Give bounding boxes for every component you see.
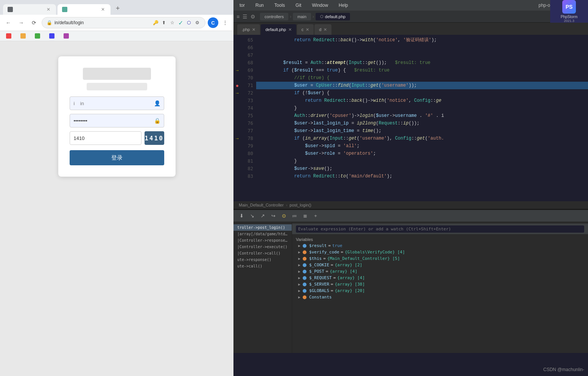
editor-tab-default-php[interactable]: default.php ✕ xyxy=(261,24,296,35)
var-globals[interactable]: ▶ $GLOBALS = {array} [20] xyxy=(292,287,588,294)
var-request[interactable]: ▶ $_REQUEST = {array} [4] xyxy=(292,275,588,281)
password-input[interactable] xyxy=(70,114,164,127)
gutter-69: → xyxy=(233,67,241,74)
bookmark-item-3[interactable] xyxy=(32,33,43,39)
variables-title: Variables xyxy=(292,236,588,242)
bookmark-item-5[interactable] xyxy=(61,33,72,39)
code-line-68: $result = Auth::attempt(Input::get()); $… xyxy=(256,59,588,67)
var-dot-this xyxy=(303,257,306,261)
browser-chrome: ✕ ✕ + xyxy=(0,0,233,15)
var-this[interactable]: ▶ $this = {Main_Default_Controller} [5] xyxy=(292,255,588,262)
tab-close-2[interactable]: ✕ xyxy=(100,6,106,12)
stack-item-4[interactable]: |Controller->call() xyxy=(233,250,292,256)
menu-tools[interactable]: Tools xyxy=(272,2,287,9)
code-line-71: $user = CpUser::find(Input::get('usernam… xyxy=(256,82,588,89)
menu-run[interactable]: Run xyxy=(253,2,266,9)
editor-tab-close-4[interactable]: ✕ xyxy=(324,27,327,32)
stack-item-1[interactable]: |array[/data/game/htdoc... xyxy=(233,231,292,237)
debug-frames[interactable]: ≣ xyxy=(301,212,309,220)
captcha-input[interactable] xyxy=(70,131,142,145)
gutter-78: → xyxy=(233,135,241,142)
breadcrumb-controllers[interactable]: controllers xyxy=(260,13,288,20)
login-subtitle xyxy=(87,83,147,90)
tab-close-1[interactable]: ✕ xyxy=(45,6,51,12)
stack-item-5[interactable]: ute->response() xyxy=(233,256,292,263)
address-bar[interactable]: 🔒 in/default/login 🔑 ⬆ ☆ ✓ ⬡ ⚙ xyxy=(42,17,205,28)
debug-panel: ⬇ ↘ ↗ ↪ ⊙ ≔ ≣ + troller->post_login() |a… xyxy=(233,209,588,353)
debug-step-out[interactable]: ↗ xyxy=(258,212,267,220)
breadcrumb-main[interactable]: main xyxy=(293,13,311,20)
browser-tab-inactive[interactable]: ✕ xyxy=(3,4,56,15)
profile-avatar[interactable]: C xyxy=(208,17,218,28)
bookmark-item-2[interactable] xyxy=(17,33,29,39)
puzzle-icon[interactable]: ⬡ xyxy=(185,19,192,26)
breadcrumb-method: post_login() xyxy=(289,203,311,207)
gutter-75 xyxy=(233,112,241,120)
align-icon: ☰ xyxy=(243,14,247,20)
gutter-71: ● xyxy=(233,82,241,89)
editor-tab-close-3[interactable]: ✕ xyxy=(306,27,309,32)
breakpoint-71[interactable]: ● xyxy=(236,82,239,89)
var-result[interactable]: ▶ $result = true xyxy=(292,242,588,249)
captcha-image[interactable]: 1410 xyxy=(145,131,164,145)
debug-run-to-cursor[interactable]: ↪ xyxy=(269,212,277,220)
var-constants[interactable]: ▶ Constants xyxy=(292,294,588,300)
back-button[interactable]: ← xyxy=(3,17,14,28)
eval-input[interactable] xyxy=(296,225,584,233)
line-num-65: 65 xyxy=(244,36,253,44)
debug-step-over[interactable]: ⬇ xyxy=(237,212,246,220)
var-dot-cookie xyxy=(303,263,306,267)
var-cookie[interactable]: ▶ $_COOKIE = {array} [2] xyxy=(292,262,588,268)
editor-tab-1[interactable]: .php ✕ xyxy=(237,24,260,35)
bookmark-item-1[interactable] xyxy=(3,33,14,39)
stack-item-6[interactable]: ute->call() xyxy=(233,263,292,269)
new-tab-button[interactable]: + xyxy=(112,2,124,15)
stack-item-2[interactable]: |Controller->response() xyxy=(233,237,292,244)
var-dot-request xyxy=(303,276,306,280)
browser-tab-active[interactable]: ✕ xyxy=(58,4,110,15)
stack-item-0[interactable]: troller->post_login() xyxy=(233,224,292,231)
code-line-80: $user->role = 'operators'; xyxy=(256,150,588,157)
ide-editor-tabs: .php ✕ default.php ✕ c ✕ d ✕ xyxy=(233,23,588,35)
bookmark-star-icon[interactable]: ☆ xyxy=(169,19,176,26)
php-file-icon: ⬡ xyxy=(320,14,324,19)
editor-tab-close-2[interactable]: ✕ xyxy=(288,27,292,32)
reload-button[interactable]: ⟳ xyxy=(29,17,39,28)
forward-button[interactable]: → xyxy=(16,17,26,28)
gutter-73 xyxy=(233,97,241,104)
var-server[interactable]: ▶ $_SERVER = {array} [38] xyxy=(292,281,588,287)
menu-window[interactable]: Window xyxy=(310,2,330,9)
editor-tab-close-1[interactable]: ✕ xyxy=(252,27,255,32)
debug-add-watch[interactable]: + xyxy=(311,212,320,220)
settings-icon[interactable]: ⚙ xyxy=(194,19,201,26)
breadcrumb-default-php[interactable]: ⬡ default.php xyxy=(316,13,350,20)
var-verify-code[interactable]: ▶ $verify_code = {Globals\VerifyCode} [4… xyxy=(292,249,588,255)
key-icon[interactable]: 🔑 xyxy=(152,19,159,26)
line-num-75: 75 xyxy=(244,112,253,120)
stack-item-3[interactable]: |Controller->execute() xyxy=(233,244,292,250)
editor-tab-4[interactable]: d ✕ xyxy=(314,24,331,35)
var-post[interactable]: ▶ $_POST = {array} [4] xyxy=(292,268,588,275)
debug-step-into[interactable]: ↘ xyxy=(248,212,256,220)
debug-evaluate[interactable]: ⊙ xyxy=(280,212,288,220)
debug-stack: troller->post_login() |array[/data/game/… xyxy=(233,222,292,353)
gear-small-icon[interactable]: ⚙ xyxy=(250,14,255,20)
more-options-button[interactable]: ⋮ xyxy=(220,17,230,28)
bookmark-item-4[interactable] xyxy=(46,33,58,39)
share-icon[interactable]: ⬆ xyxy=(160,19,167,26)
code-line-73: return Redirect::back()->with('notice', … xyxy=(256,97,588,104)
menu-tor[interactable]: tor xyxy=(237,2,247,9)
debug-watches[interactable]: ≔ xyxy=(290,212,299,220)
login-button[interactable]: 登录 xyxy=(70,150,164,165)
var-dot-constants xyxy=(303,295,306,299)
menu-git[interactable]: Git xyxy=(293,2,303,9)
login-form: 👤 🔒 1410 登录 xyxy=(70,96,164,165)
gutter-68 xyxy=(233,59,241,67)
code-line-77: $user->last_login_time = time(); xyxy=(256,127,588,135)
line-num-76: 76 xyxy=(244,120,253,127)
code-line-69: if ($result === true) { $result: true xyxy=(256,67,588,74)
menu-help[interactable]: Help xyxy=(336,2,350,9)
username-input[interactable] xyxy=(70,96,164,110)
editor-tab-3[interactable]: c ✕ xyxy=(297,24,314,35)
code-line-75: Auth::driver('cpuser')->login($user->use… xyxy=(256,112,588,120)
